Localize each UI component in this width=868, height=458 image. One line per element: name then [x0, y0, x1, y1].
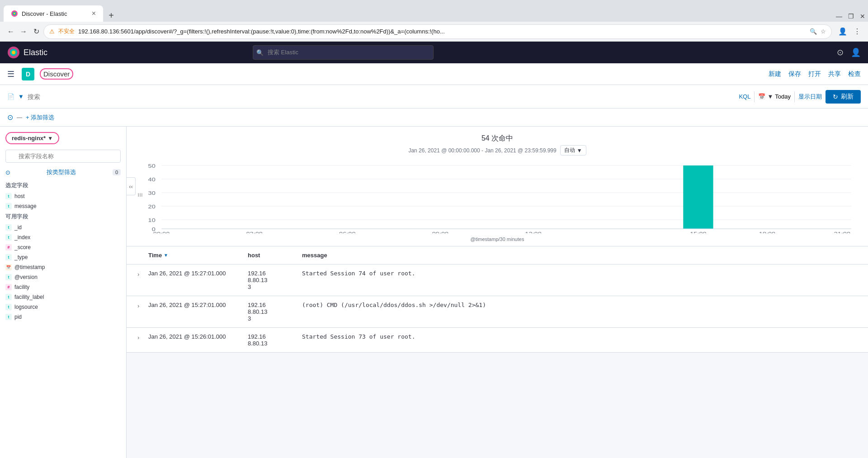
minimize-btn[interactable]: — [834, 11, 844, 22]
field-item-version[interactable]: t @version [0, 272, 126, 282]
type-filter-icon[interactable]: ⊙ [5, 169, 10, 176]
type-filter-row: ⊙ 按类型筛选 0 [0, 166, 126, 180]
show-date-btn[interactable]: 显示日期 [798, 93, 822, 101]
chart-bar [683, 165, 713, 229]
search-input[interactable] [28, 93, 736, 100]
user-icon[interactable]: 👤 [851, 47, 861, 57]
row-time-2: Jan 26, 2021 @ 15:27:01.000 [148, 302, 248, 308]
browser-controls: ← → ↻ ⚠ 不安全 192.168.80.136:5601/app/disc… [0, 22, 868, 42]
help-icon[interactable]: ⊙ [837, 47, 844, 57]
hamburger-menu-btn[interactable]: ☰ [7, 69, 14, 79]
svg-text:03:00: 03:00 [246, 231, 262, 233]
time-header-label: Time [148, 252, 162, 259]
field-item-_type[interactable]: t _type [0, 252, 126, 262]
not-secure-label: 不安全 [58, 28, 75, 35]
browser-tab[interactable]: Discover - Elastic × [4, 5, 103, 22]
header-search-input[interactable]: 搜索 Elastic [253, 45, 434, 60]
search-doc-icon[interactable]: 📄 [7, 93, 14, 100]
close-btn[interactable]: ✕ [857, 11, 868, 22]
sort-arrow-icon[interactable]: ▼ [164, 253, 168, 258]
sidebar-search-input[interactable] [5, 150, 121, 163]
time-label[interactable]: Today [775, 93, 791, 100]
field-name-facility: facility [14, 284, 29, 290]
index-pattern-label: redis-nginx* [12, 135, 46, 142]
nav-bar: ☰ D Discover 新建 保存 打开 共享 检查 [0, 63, 868, 85]
share-btn[interactable]: 共享 [828, 70, 841, 78]
row-expand-btn-1[interactable]: › [137, 270, 148, 278]
more-options-icon[interactable]: ⋮ [852, 26, 863, 37]
row-host-1: 192.168.80.133 [248, 270, 302, 290]
time-column-header[interactable]: Time ▼ [148, 252, 248, 259]
chart-hit-count: 54 次命中 [137, 134, 857, 143]
svg-text:09:00: 09:00 [432, 231, 448, 233]
search-placeholder: 搜索 Elastic [268, 48, 298, 57]
tab-title: Discover - Elastic [22, 10, 88, 17]
field-item-_index[interactable]: t _index [0, 232, 126, 242]
available-fields-list: t _id t _index # _score t _type 📅 @times… [0, 222, 126, 322]
sidebar-search: 🔍 [0, 150, 126, 166]
row-expand-btn-3[interactable]: › [137, 333, 148, 341]
chart-time-range: Jan 26, 2021 @ 00:00:00.000 - Jan 26, 20… [137, 145, 857, 156]
content-area: ‹‹ 54 次命中 Jan 26, 2021 @ 00:00:00.000 - … [127, 127, 868, 458]
field-item-_score[interactable]: # _score [0, 242, 126, 252]
filter-icon: ⊙ [7, 113, 13, 122]
address-bar[interactable]: ⚠ 不安全 192.168.80.136:5601/app/discover#/… [43, 24, 832, 39]
field-item-logsource[interactable]: t logsource [0, 302, 126, 312]
message-column-header[interactable]: message [302, 252, 857, 259]
reload-btn[interactable]: ↻ [31, 26, 42, 37]
field-item-host[interactable]: t host [0, 191, 126, 201]
elastic-logo[interactable]: Elastic [7, 46, 47, 59]
search-divider [754, 91, 755, 102]
chart-svg: 50 40 30 20 10 0 [137, 161, 857, 233]
header-search-icon: 🔍 [256, 49, 264, 56]
field-name-_id: _id [14, 224, 22, 231]
nav-actions: 新建 保存 打开 共享 检查 [769, 70, 861, 78]
svg-point-2 [14, 13, 15, 14]
field-item-facility[interactable]: # facility [0, 282, 126, 292]
svg-text:50: 50 [148, 163, 156, 169]
new-tab-btn[interactable]: + [105, 9, 118, 22]
field-item-_id[interactable]: t _id [0, 222, 126, 232]
field-name-facility_label: facility_label [14, 294, 44, 300]
save-btn[interactable]: 保存 [788, 70, 801, 78]
row-expand-btn-2[interactable]: › [137, 302, 148, 309]
search-dropdown-arrow[interactable]: ▼ [18, 93, 24, 100]
header-right: ⊙ 👤 [837, 47, 861, 57]
svg-text:10: 10 [148, 217, 156, 223]
index-pattern-btn[interactable]: redis-nginx* ▼ [5, 132, 59, 144]
table-row: › Jan 26, 2021 @ 15:26:01.000 192.168.80… [127, 328, 868, 353]
add-filter-btn[interactable]: + 添加筛选 [26, 113, 54, 122]
svg-text:06:00: 06:00 [339, 231, 355, 233]
type-filter-btn[interactable]: 按类型筛选 [47, 168, 76, 176]
filter-dash: — [17, 114, 22, 121]
maximize-btn[interactable]: ❐ [845, 11, 856, 22]
forward-btn[interactable]: → [18, 26, 29, 37]
collapse-sidebar-btn[interactable]: ‹‹ [127, 177, 136, 195]
field-item-facility_label[interactable]: t facility_label [0, 292, 126, 302]
security-warning-icon: ⚠ [49, 28, 55, 35]
tab-close-btn[interactable]: × [92, 10, 96, 17]
new-btn[interactable]: 新建 [769, 70, 781, 78]
field-name-host: host [14, 193, 25, 199]
back-btn[interactable]: ← [5, 26, 16, 37]
host-column-header[interactable]: host [248, 252, 302, 259]
account-icon[interactable]: 👤 [837, 26, 848, 37]
refresh-btn[interactable]: ↻ 刷新 [826, 90, 861, 104]
table-row: › Jan 26, 2021 @ 15:27:01.000 192.168.80… [127, 264, 868, 296]
calendar-dropdown[interactable]: ▼ [767, 93, 773, 100]
elastic-logo-text: Elastic [24, 48, 47, 57]
auto-label: 自动 [564, 146, 575, 154]
field-item-pid[interactable]: t pid [0, 312, 126, 322]
field-name-logsource: logsource [14, 304, 38, 310]
row-host-2: 192.168.80.133 [248, 302, 302, 322]
inspect-btn[interactable]: 检查 [848, 70, 861, 78]
field-item-message[interactable]: t message [0, 201, 126, 211]
field-type-t-icon: t [5, 274, 12, 280]
field-item-timestamp[interactable]: 📅 @timestamp [0, 262, 126, 272]
row-time-1: Jan 26, 2021 @ 15:27:01.000 [148, 270, 248, 277]
header-search: 🔍 搜索 Elastic [253, 45, 434, 60]
available-fields-title: 可用字段 [0, 211, 126, 222]
open-btn[interactable]: 打开 [808, 70, 821, 78]
auto-interval-btn[interactable]: 自动 ▼ [560, 145, 586, 156]
kql-btn[interactable]: KQL [739, 93, 750, 100]
